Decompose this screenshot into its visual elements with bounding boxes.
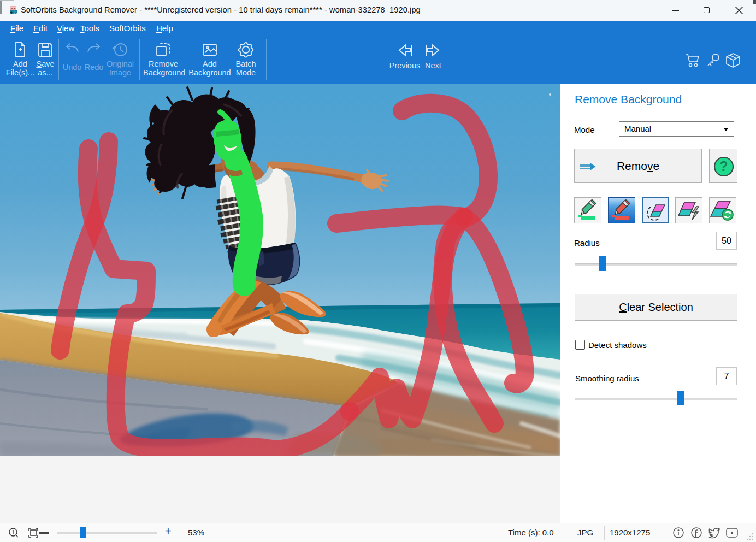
svg-text:?: ? — [719, 158, 728, 174]
svg-text:1: 1 — [11, 529, 15, 535]
